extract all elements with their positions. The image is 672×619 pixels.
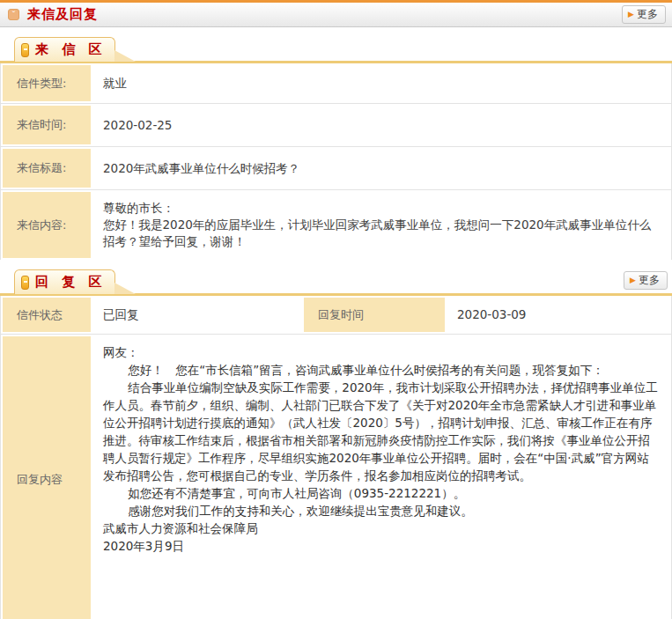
reply-date: 2020年3月9日 xyxy=(103,537,661,555)
table-row: 来信标题: 2020年武威事业单位什么时候招考？ xyxy=(1,147,671,190)
letter-type-label: 信件类型: xyxy=(3,65,91,101)
reply-content-value: 网友： 您好！ 您在“市长信箱”留言，咨询武威事业单位什么时侯招考的有关问题，现… xyxy=(92,335,671,619)
table-row: 来信时间: 2020-02-25 xyxy=(1,104,671,147)
reply-tab-row: 回 复 区 ▶ 更多 xyxy=(0,269,672,296)
reply-section: 回 复 区 ▶ 更多 信件状态 已回复 回复时间 2020-03-09 回复内容… xyxy=(0,269,672,619)
more-arrow-icon: ▶ xyxy=(630,276,636,284)
tab-bullet-icon xyxy=(21,43,29,57)
reply-content-label: 回复内容 xyxy=(3,336,91,619)
letter-content-line2: 您好！我是2020年的应届毕业生，计划毕业回家考武威事业单位，我想问一下2020… xyxy=(103,217,662,250)
reply-content-row: 回复内容 网友： 您好！ 您在“市长信箱”留言，咨询武威事业单位什么时侯招考的有… xyxy=(1,335,671,619)
reply-table: 信件状态 已回复 回复时间 2020-03-09 回复内容 网友： 您好！ 您在… xyxy=(0,296,672,619)
letter-type-value: 就业 xyxy=(92,63,671,103)
letter-tab-row: 来 信 区 xyxy=(0,37,672,63)
letters-and-replies-page: ˇ 来信及回复 ▶ 更多 来 信 区 信件类型: 就业 来信时间: 2020-0… xyxy=(0,0,672,619)
reply-status-value: 已回复 xyxy=(92,296,302,334)
more-button-label: 更多 xyxy=(639,274,660,286)
page-title: 来信及回复 xyxy=(27,6,98,23)
reply-status-label: 信件状态 xyxy=(3,298,91,332)
reply-paragraph: 感谢您对我们工作的支持和关心，欢迎继续提出宝贵意见和建议。 xyxy=(103,502,661,520)
more-button-label: 更多 xyxy=(637,8,658,20)
letter-content-value: 尊敬的市长： 您好！我是2020年的应届毕业生，计划毕业回家考武威事业单位，我想… xyxy=(92,190,671,260)
table-row: 来信内容: 尊敬的市长： 您好！我是2020年的应届毕业生，计划毕业回家考武威事… xyxy=(1,190,671,260)
tab-bullet-icon xyxy=(21,276,29,290)
more-button-top[interactable]: ▶ 更多 xyxy=(622,5,666,24)
reply-paragraph: 您好！ 您在“市长信箱”留言，咨询武威事业单位什么时侯招考的有关问题，现答复如下… xyxy=(103,361,661,379)
reply-status-row: 信件状态 已回复 回复时间 2020-03-09 xyxy=(1,296,671,335)
tab-reply-area: 回 复 区 xyxy=(14,269,115,294)
reply-paragraph: 结合事业单位编制空缺及实际工作需要，2020年，我市计划采取公开招聘办法，择优招… xyxy=(103,379,661,484)
reply-time-label: 回复时间 xyxy=(304,298,445,332)
letter-time-value: 2020-02-25 xyxy=(92,104,671,146)
more-button-reply[interactable]: ▶ 更多 xyxy=(624,271,668,290)
letter-table: 信件类型: 就业 来信时间: 2020-02-25 来信标题: 2020年武威事… xyxy=(0,63,672,260)
reply-salutation: 网友： xyxy=(103,343,661,361)
letter-title-label: 来信标题: xyxy=(3,149,91,188)
collapse-chevron-icon[interactable]: ˇ xyxy=(8,9,19,20)
letter-content-label: 来信内容: xyxy=(3,192,91,258)
letter-tab-label: 来 信 区 xyxy=(35,41,106,58)
reply-paragraph: 如您还有不清楚事宜，可向市人社局咨询（0935-2212221）。 xyxy=(103,484,661,502)
reply-time-value: 2020-03-09 xyxy=(447,296,671,334)
letter-section: 来 信 区 信件类型: 就业 来信时间: 2020-02-25 来信标题: 20… xyxy=(0,37,672,260)
reply-tab-label: 回 复 区 xyxy=(35,274,106,291)
letter-time-label: 来信时间: xyxy=(3,106,91,144)
letter-content-line1: 尊敬的市长： xyxy=(103,200,662,217)
page-header-bar: ˇ 来信及回复 ▶ 更多 xyxy=(0,0,672,27)
more-arrow-icon: ▶ xyxy=(628,11,634,18)
table-row: 信件类型: 就业 xyxy=(1,63,671,104)
letter-title-value: 2020年武威事业单位什么时候招考？ xyxy=(92,147,671,189)
tab-letter-area: 来 信 区 xyxy=(14,37,115,62)
reply-signature: 武威市人力资源和社会保障局 xyxy=(103,520,661,537)
